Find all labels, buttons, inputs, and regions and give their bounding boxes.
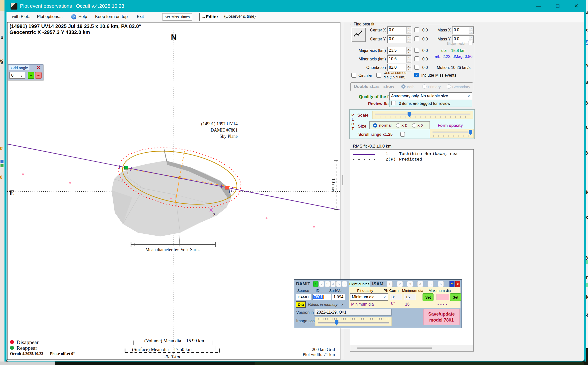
- review-flags-checkbox[interactable]: [391, 101, 396, 105]
- menu-with-plot[interactable]: with Plot...: [12, 14, 31, 19]
- image-scale-slider[interactable]: [315, 317, 392, 326]
- spin-up-icon[interactable]: ▲: [407, 47, 411, 51]
- fit-quality-select[interactable]: Minimum dia ∨: [350, 293, 388, 301]
- max-dia-set-button[interactable]: Set: [450, 293, 461, 301]
- disappear-marker[interactable]: [125, 166, 128, 170]
- spin-up-icon[interactable]: ▲: [469, 27, 473, 30]
- damit-tab-5[interactable]: 5: [336, 281, 341, 287]
- double-secondary-radio[interactable]: [447, 84, 451, 89]
- damit-tab-2[interactable]: 2: [319, 281, 324, 287]
- help-icon[interactable]: ?: [71, 14, 76, 19]
- version-info-field[interactable]: 2022-11-29, Q=1: [314, 309, 392, 316]
- isam-tab-3[interactable]: 3: [407, 281, 413, 287]
- editor-button[interactable]: →Editor: [199, 13, 220, 21]
- spin-up-icon[interactable]: ▲: [407, 36, 411, 39]
- orientation-lock-checkbox[interactable]: [414, 65, 419, 70]
- slider-ticks: [376, 116, 470, 118]
- max-dia-field[interactable]: [437, 294, 449, 300]
- damit-close-button[interactable]: X: [455, 281, 460, 287]
- close-button[interactable]: ✕: [570, 1, 583, 10]
- center-y-value[interactable]: 0.0: [388, 36, 406, 43]
- double-both-radio[interactable]: [401, 84, 406, 89]
- orientation-value[interactable]: 82.0: [388, 64, 406, 71]
- spin-down-icon[interactable]: ▼: [469, 30, 473, 34]
- form-opacity-slider[interactable]: [430, 129, 474, 138]
- grid-angle-minus-button[interactable]: −: [35, 72, 42, 79]
- use-assumed-dia-checkbox[interactable]: [376, 73, 381, 78]
- spin-up-icon[interactable]: ▲: [469, 36, 473, 39]
- dia-button[interactable]: Dia: [296, 301, 306, 308]
- maximize-button[interactable]: □: [552, 1, 564, 10]
- spin-down-icon[interactable]: ▼: [407, 51, 411, 54]
- light-curves-button[interactable]: Light curves: [349, 281, 370, 287]
- scale-slider[interactable]: [372, 111, 473, 119]
- mass-x-value[interactable]: 0.0: [452, 27, 469, 34]
- mass-x-spinner[interactable]: 0.0 ▲▼: [452, 26, 474, 34]
- size-x5-radio[interactable]: [412, 123, 416, 128]
- isam-tab-1[interactable]: 1: [387, 281, 393, 287]
- isam-tab-4[interactable]: 4: [417, 281, 423, 287]
- isam-tab-5[interactable]: 5: [428, 281, 434, 287]
- min-dia-field[interactable]: 16: [404, 294, 416, 300]
- image-scale-slider-thumb[interactable]: [335, 320, 338, 326]
- size-x2-radio[interactable]: [396, 123, 400, 128]
- shape-model-checkbox[interactable]: [468, 41, 472, 45]
- major-axis-value[interactable]: 23.5: [388, 47, 406, 54]
- size-normal-radio[interactable]: [373, 123, 377, 128]
- center-x-value[interactable]: 0.0: [388, 27, 406, 34]
- center-x-spinner[interactable]: 0.0 ▲▼: [387, 26, 411, 34]
- grid-angle-plus-button[interactable]: +: [28, 72, 34, 79]
- spin-down-icon[interactable]: ▼: [407, 30, 411, 34]
- major-axis-lock-checkbox[interactable]: [414, 48, 419, 53]
- center-y-lock-checkbox[interactable]: [414, 36, 419, 41]
- title-bar[interactable]: Plot event observations : Occult v.4.202…: [6, 0, 584, 12]
- damit-id-field[interactable]: 7801: [312, 294, 331, 300]
- include-miss-checkbox[interactable]: ✓: [414, 73, 419, 77]
- form-opacity-slider-thumb[interactable]: [469, 130, 472, 135]
- center-x-lock-checkbox[interactable]: [414, 27, 419, 32]
- minimize-button[interactable]: —: [533, 1, 545, 10]
- major-axis-spinner[interactable]: 23.5 ▲▼: [387, 47, 411, 54]
- center-y-spinner[interactable]: 0.0 ▲▼: [387, 35, 411, 43]
- minor-axis-spinner[interactable]: 10.6 ▲▼: [387, 55, 411, 63]
- grid-angle-close-icon[interactable]: ✕: [37, 65, 40, 70]
- damit-tab-1[interactable]: 1: [313, 281, 318, 287]
- minor-axis-lock-checkbox[interactable]: [414, 56, 419, 61]
- scroll-range-checkbox[interactable]: [400, 132, 405, 137]
- double-primary-radio[interactable]: [422, 84, 427, 89]
- menu-keep-on-top[interactable]: Keep form on top: [95, 14, 128, 19]
- set-miss-times-button[interactable]: Set 'Miss' Times: [162, 13, 192, 21]
- damit-tab-6[interactable]: 6: [342, 281, 347, 287]
- mass-y-value[interactable]: 0.0: [452, 36, 469, 43]
- minor-axis-value[interactable]: 10.6: [388, 56, 406, 63]
- spin-down-icon[interactable]: ▼: [407, 59, 411, 63]
- quality-of-fit-select[interactable]: Astrometry only. No reliable size ∨: [389, 92, 472, 100]
- spin-up-icon[interactable]: ▲: [407, 64, 411, 68]
- damit-help-button[interactable]: ?: [449, 281, 454, 287]
- reappear-marker[interactable]: [225, 186, 229, 189]
- list-item[interactable]: 1 Toshihiro Horikawa, nea: [350, 152, 473, 157]
- isam-tab-2[interactable]: 2: [397, 281, 403, 287]
- spin-up-icon[interactable]: ▲: [407, 27, 411, 30]
- spin-down-icon[interactable]: ▼: [407, 39, 411, 43]
- ph-corrn-field[interactable]: 0°: [390, 294, 402, 300]
- circular-checkbox[interactable]: [351, 73, 356, 78]
- damit-tab-4[interactable]: 4: [330, 281, 336, 287]
- scroll-thumb[interactable]: [357, 348, 432, 349]
- menu-exit[interactable]: Exit: [137, 14, 144, 19]
- observer-time-label[interactable]: {Observer & time}: [224, 14, 256, 19]
- damit-tab-3[interactable]: 3: [325, 281, 330, 287]
- isam-tab-6[interactable]: 6: [438, 281, 444, 287]
- damit-source-button[interactable]: DAMIT: [296, 294, 311, 300]
- scroll-thumb[interactable]: [342, 175, 343, 185]
- min-dia-set-button[interactable]: Set: [423, 293, 434, 301]
- save-update-button[interactable]: Save/update model 7801: [423, 309, 460, 325]
- spin-up-icon[interactable]: ▲: [407, 56, 411, 59]
- menu-plot-options[interactable]: Plot options...: [37, 14, 63, 19]
- sky-plane-plot-area[interactable]: N E: [7, 22, 340, 360]
- list-hscrollbar[interactable]: [350, 345, 473, 351]
- list-item[interactable]: 2(P) Predicted: [350, 157, 473, 163]
- spin-down-icon[interactable]: ▼: [407, 68, 411, 71]
- menu-help[interactable]: Help: [78, 14, 87, 19]
- grid-angle-select[interactable]: 0 ∨: [9, 72, 25, 79]
